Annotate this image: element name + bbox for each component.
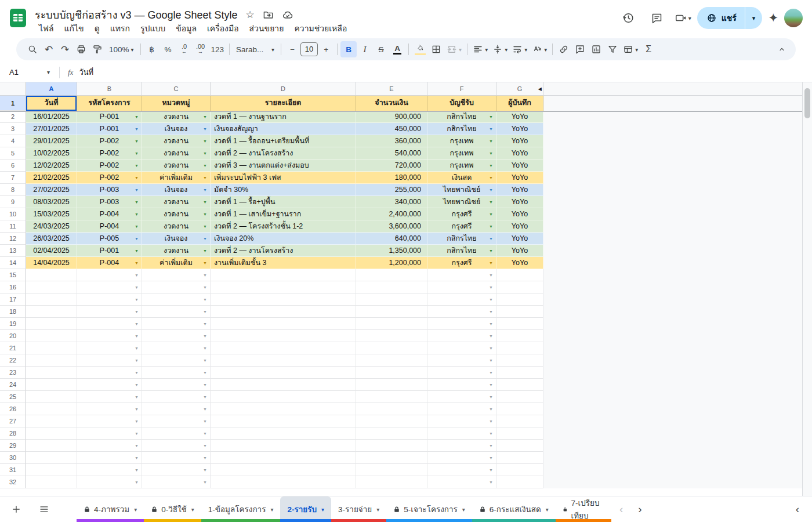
cell-F32[interactable]: ▼	[427, 476, 496, 488]
cell-E30[interactable]	[356, 452, 427, 464]
text-rotation-button[interactable]: ▾	[530, 41, 549, 57]
cell-A4[interactable]: 29/01/2025	[26, 135, 77, 147]
row-header-29[interactable]: 29	[0, 440, 26, 452]
dropdown-arrow-icon[interactable]: ▼	[135, 147, 139, 160]
sheet-tab-0-วิธีใช้[interactable]: 0-วิธีใช้▾	[144, 496, 201, 522]
dropdown-arrow-icon[interactable]: ▼	[489, 233, 493, 245]
row-header-7[interactable]: 7	[0, 172, 26, 184]
dropdown-arrow-icon[interactable]: ▼	[135, 391, 139, 403]
dropdown-arrow-icon[interactable]: ▼	[135, 135, 139, 147]
cell-D11[interactable]: งวดที่ 2 — โครงสร้างชั้น 1-2	[211, 220, 356, 233]
cell-B25[interactable]: ▼	[77, 391, 142, 403]
cell-G29[interactable]	[496, 440, 543, 452]
sheet-tab-7-เปรียบเทียบ[interactable]: 7-เปรียบเทียบ	[556, 496, 611, 522]
cell-G27[interactable]	[496, 415, 543, 427]
cell-D19[interactable]	[211, 318, 356, 330]
dropdown-arrow-icon[interactable]: ▼	[203, 354, 207, 367]
dropdown-arrow-icon[interactable]: ▼	[489, 379, 493, 391]
cell-E12[interactable]: 640,000	[356, 233, 427, 245]
cell-F22[interactable]: ▼	[427, 354, 496, 367]
cell-C5[interactable]: งวดงาน▼	[142, 147, 211, 160]
search-menus-button[interactable]	[24, 41, 41, 57]
dropdown-arrow-icon[interactable]: ▼	[135, 233, 139, 245]
cell-D6[interactable]: งวดที่ 3 — งานตกแต่ง+ส่งมอบ	[211, 160, 356, 172]
cell-B24[interactable]: ▼	[77, 379, 142, 391]
cell-F11[interactable]: กรุงศรี▼	[427, 220, 496, 233]
column-header-D[interactable]: D	[211, 82, 356, 96]
sheet-tab-3-รายจ่าย[interactable]: 3-รายจ่าย▾	[331, 496, 386, 522]
cell-E9[interactable]: 340,000	[356, 196, 427, 208]
cell-G1[interactable]: ผู้บันทึก	[496, 96, 543, 111]
cell-F9[interactable]: ไทยพาณิชย์▼	[427, 196, 496, 208]
cell-G5[interactable]: YoYo	[496, 147, 543, 160]
insert-comment-button[interactable]	[572, 41, 588, 57]
dropdown-arrow-icon[interactable]: ▼	[135, 196, 139, 208]
print-button[interactable]	[73, 41, 89, 57]
cell-C13[interactable]: งวดงาน▼	[142, 245, 211, 257]
cell-A26[interactable]	[26, 403, 77, 415]
cell-B8[interactable]: P-003▼	[77, 184, 142, 196]
cell-A25[interactable]	[26, 391, 77, 403]
cell-E26[interactable]	[356, 403, 427, 415]
star-icon[interactable]: ☆	[246, 9, 255, 21]
cell-C7[interactable]: ค่าเพิ่มเติม▼	[142, 172, 211, 184]
cell-E7[interactable]: 180,000	[356, 172, 427, 184]
menu-2[interactable]: แก้ไข	[60, 21, 88, 36]
cell-C15[interactable]: ▼	[142, 269, 211, 281]
undo-button[interactable]: ↶	[41, 41, 57, 57]
cell-G30[interactable]	[496, 452, 543, 464]
dropdown-arrow-icon[interactable]: ▼	[203, 391, 207, 403]
cell-B27[interactable]: ▼	[77, 415, 142, 427]
cell-E13[interactable]: 1,350,000	[356, 245, 427, 257]
sheet-tab-5-เจาะโครงการ[interactable]: 5-เจาะโครงการ▾	[386, 496, 472, 522]
cell-G2[interactable]: YoYo	[496, 111, 543, 123]
cell-A19[interactable]	[26, 318, 77, 330]
cell-G7[interactable]: YoYo	[496, 172, 543, 184]
dropdown-arrow-icon[interactable]: ▼	[203, 403, 207, 415]
cell-E17[interactable]	[356, 293, 427, 306]
cell-F12[interactable]: กสิกรไทย▼	[427, 233, 496, 245]
dropdown-arrow-icon[interactable]: ▼	[489, 281, 493, 293]
tabs-scroll-left-button[interactable]: ‹	[619, 503, 623, 516]
row-header-2[interactable]: 2	[0, 111, 26, 123]
column-header-F[interactable]: F	[427, 82, 496, 96]
row-header-28[interactable]: 28	[0, 427, 26, 440]
cell-F20[interactable]: ▼	[427, 330, 496, 342]
cell-C8[interactable]: เงินจอง▼	[142, 184, 211, 196]
dropdown-arrow-icon[interactable]: ▼	[203, 367, 207, 379]
row-header-25[interactable]: 25	[0, 391, 26, 403]
row-header-5[interactable]: 5	[0, 147, 26, 160]
cell-C31[interactable]: ▼	[142, 464, 211, 476]
increase-font-size-button[interactable]: +	[318, 41, 334, 57]
cell-C26[interactable]: ▼	[142, 403, 211, 415]
cell-B1[interactable]: รหัสโครงการ	[77, 96, 142, 111]
cell-B20[interactable]: ▼	[77, 330, 142, 342]
cell-C24[interactable]: ▼	[142, 379, 211, 391]
add-sheet-button[interactable]	[5, 496, 28, 522]
sheet-tab-caret-icon[interactable]: ▾	[134, 506, 137, 513]
cell-C30[interactable]: ▼	[142, 452, 211, 464]
cell-E8[interactable]: 255,000	[356, 184, 427, 196]
cell-C29[interactable]: ▼	[142, 440, 211, 452]
cell-C11[interactable]: งวดงาน▼	[142, 220, 211, 233]
row-header-27[interactable]: 27	[0, 415, 26, 427]
cell-E21[interactable]	[356, 342, 427, 354]
cell-G6[interactable]: YoYo	[496, 160, 543, 172]
cell-A8[interactable]: 27/02/2025	[26, 184, 77, 196]
cell-G10[interactable]: YoYo	[496, 208, 543, 220]
zoom-select[interactable]: 100% ▾	[106, 41, 137, 57]
cell-F29[interactable]: ▼	[427, 440, 496, 452]
cell-E18[interactable]	[356, 306, 427, 318]
dropdown-arrow-icon[interactable]: ▼	[203, 464, 207, 476]
cell-B29[interactable]: ▼	[77, 440, 142, 452]
dropdown-arrow-icon[interactable]: ▼	[489, 123, 493, 135]
cell-B12[interactable]: P-005▼	[77, 233, 142, 245]
cell-F10[interactable]: กรุงศรี▼	[427, 208, 496, 220]
menu-5[interactable]: รูปแบบ	[136, 21, 169, 36]
dropdown-arrow-icon[interactable]: ▼	[489, 464, 493, 476]
cell-C17[interactable]: ▼	[142, 293, 211, 306]
cell-F16[interactable]: ▼	[427, 281, 496, 293]
dropdown-arrow-icon[interactable]: ▼	[489, 147, 493, 160]
cell-F30[interactable]: ▼	[427, 452, 496, 464]
column-header-C[interactable]: C	[142, 82, 211, 96]
